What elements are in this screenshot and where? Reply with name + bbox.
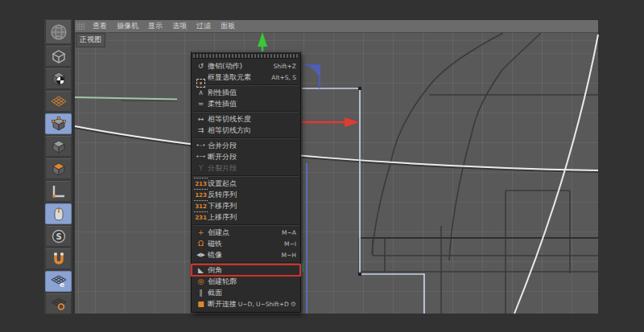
snap-settings-icon[interactable]: S (45, 226, 72, 247)
viewport-grid (75, 33, 598, 314)
vp-menu-view[interactable]: 查看 (88, 20, 112, 32)
gear-icon[interactable]: ⚙ (289, 301, 296, 308)
join-segment-icon: •–• (194, 140, 208, 151)
move-up-sequence-icon: 231 (194, 211, 208, 223)
menu-item-bevel[interactable]: ◣ 倒角 (192, 264, 300, 276)
workplane-mode-icon[interactable] (45, 91, 72, 112)
create-point-icon: + (194, 227, 208, 238)
texture-mode-icon[interactable] (45, 68, 72, 89)
context-menu: ↺ 撤销(动作) Shift+Z 框显选取元素 Alt+S, S ∧ 刚性插值 … (191, 51, 301, 313)
polygons-mode-icon[interactable] (45, 158, 72, 179)
snap-s-letter: S (56, 232, 61, 241)
viewport-solo-mouse-icon[interactable] (45, 203, 72, 224)
break-segment-icon: •┄• (194, 151, 208, 162)
axis-mode-icon[interactable] (45, 181, 72, 202)
viewport-menubar: 查看 摄像机 显示 选项 过滤 面板 (75, 20, 598, 33)
model-mode-icon[interactable] (45, 46, 72, 67)
points-mode-icon[interactable] (45, 113, 72, 134)
reverse-sequence-icon: 123 (194, 189, 208, 201)
menu-item-soft-interpolation[interactable]: ≈ 柔性插值 (192, 98, 300, 109)
soft-interpolation-icon: ≈ (194, 98, 208, 109)
menu-item-mirror[interactable]: ◀▶ 镜像 M~H (192, 249, 300, 260)
create-outline-icon: ◎ (194, 276, 208, 287)
magnet-icon: Ω (194, 238, 208, 249)
undo-icon: ↺ (194, 60, 208, 72)
menubar-grip-icon[interactable] (76, 23, 85, 30)
menu-item-reverse-sequence[interactable]: 123 反转序列 (192, 189, 300, 200)
viewport-front-view[interactable]: 查看 摄像机 显示 选项 过滤 面板 正视图 (75, 20, 598, 314)
cross-section-icon: ∥ (194, 287, 208, 298)
vp-menu-panel[interactable]: 面板 (216, 20, 240, 32)
menu-item-break-segment[interactable]: •┄• 断开分段 (192, 151, 300, 162)
menu-item-move-down-sequence[interactable]: 312 下移序列 (192, 200, 300, 211)
vp-menu-options[interactable]: 选项 (167, 20, 192, 32)
mirror-icon: ◀▶ (194, 249, 208, 260)
menu-item-rigid-interpolation[interactable]: ∧ 刚性插值 (192, 87, 300, 98)
left-toolbar: S e (44, 19, 73, 314)
vp-menu-filter[interactable]: 过滤 (192, 20, 216, 32)
menu-item-set-first-point[interactable]: 213 设置起点 (192, 178, 300, 189)
menu-item-explode-segments: Y 分裂片段 (192, 162, 300, 174)
menu-item-create-outline[interactable]: ◎ 创建轮廓 (192, 276, 300, 287)
menu-item-undo-action[interactable]: ↺ 撤销(动作) Shift+Z (192, 60, 300, 72)
menu-item-create-point[interactable]: + 创建点 M~A (192, 227, 300, 238)
set-first-point-icon: 213 (194, 178, 208, 190)
snap-e-letter: e (59, 281, 64, 288)
menu-item-frame-selected[interactable]: 框显选取元素 Alt+S, S (192, 72, 300, 83)
view-label: 正视图 (76, 33, 105, 47)
disconnect-icon: ■ (194, 298, 208, 309)
move-down-sequence-icon: 312 (194, 200, 208, 212)
menu-item-equal-tangent-direction[interactable]: ⇉ 相等切线方向 (192, 125, 300, 136)
edges-mode-icon[interactable] (45, 136, 72, 157)
explode-segments-icon: Y (194, 162, 208, 174)
bevel-icon: ◣ (194, 264, 208, 276)
equal-tangent-direction-icon: ⇉ (194, 125, 208, 136)
menu-tearoff-strip[interactable] (193, 53, 299, 59)
equal-tangent-length-icon: ↔ (194, 113, 208, 125)
menu-item-disconnect[interactable]: ■ 断开连接... U~D, U~Shift+D ⚙ (192, 298, 300, 309)
c4d-world-icon[interactable] (45, 20, 72, 44)
vp-menu-camera[interactable]: 摄像机 (112, 20, 143, 32)
menu-item-magnet[interactable]: Ω 磁铁 M~I (192, 238, 300, 249)
magnet-tool-icon[interactable] (45, 248, 72, 269)
vp-menu-display[interactable]: 显示 (143, 20, 167, 32)
enable-snap-icon[interactable]: e (45, 271, 72, 292)
rigid-interpolation-icon: ∧ (194, 87, 208, 98)
menu-item-equal-tangent-length[interactable]: ↔ 相等切线长度 (192, 113, 300, 125)
menu-item-join-segment[interactable]: •–• 合并分段 (192, 140, 300, 151)
menu-item-move-up-sequence[interactable]: 231 上移序列 (192, 211, 300, 223)
quantize-snap-icon[interactable] (45, 293, 72, 314)
menu-item-cross-section[interactable]: ∥ 截面 (192, 287, 300, 298)
